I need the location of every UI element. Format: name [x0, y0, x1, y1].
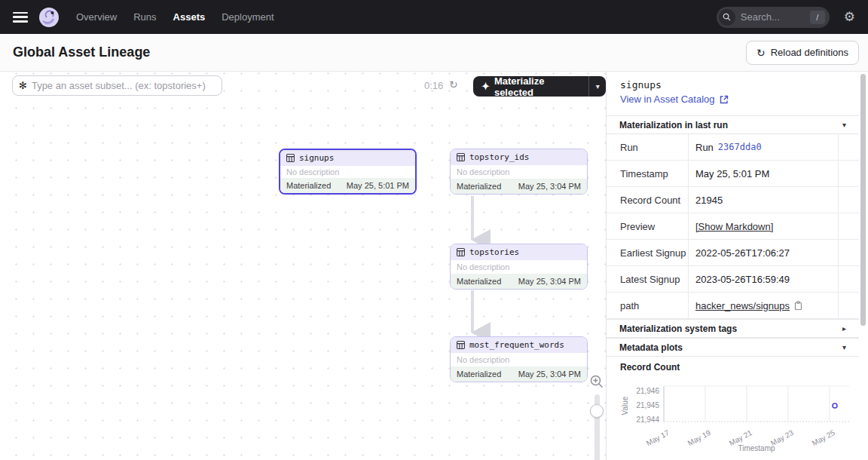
row-label: Record Count [607, 187, 688, 213]
status-time: May 25, 3:04 PM [518, 277, 581, 286]
nav-link-overview[interactable]: Overview [76, 11, 117, 23]
y-axis-label: Value [621, 396, 629, 415]
run-id-link[interactable]: 2367dda0 [718, 142, 762, 152]
refresh-timer: 0:16 [424, 80, 443, 91]
row-spacer [838, 240, 859, 265]
nav-link-runs[interactable]: Runs [133, 11, 156, 23]
row-value: 21945 [688, 187, 838, 213]
asset-node-header: most_frequent_words [451, 337, 587, 353]
row-label: path [607, 293, 688, 318]
asset-node-description: No description [280, 166, 415, 178]
search-shortcut-badge: / [810, 11, 825, 24]
row-value: May 25, 5:01 PM [688, 161, 838, 186]
sparkle-icon: ✦ [481, 81, 490, 92]
asset-node-signups[interactable]: signups No description Materialized May … [279, 149, 417, 195]
search-input[interactable] [741, 11, 810, 23]
asset-node-most_frequent_words[interactable]: most_frequent_words No description Mater… [450, 336, 588, 382]
path-link[interactable]: hacker_news/signups [695, 300, 790, 311]
row-spacer [838, 293, 859, 318]
dagster-logo-icon[interactable] [38, 7, 60, 28]
show-markdown-link[interactable]: [Show Markdown] [695, 221, 773, 232]
table-row-record-count: Record Count 21945 [607, 187, 859, 213]
table-row-run: Run Run 2367dda0 [607, 134, 859, 161]
row-spacer [838, 213, 859, 239]
nav-links: Overview Runs Assets Deployment [76, 11, 274, 23]
reload-label: Reload definitions [771, 47, 848, 58]
row-label: Run [607, 134, 688, 160]
chevron-down-icon: ▾ [842, 121, 846, 129]
data-point[interactable] [833, 403, 837, 408]
row-label: Preview [607, 213, 688, 239]
section-title: Metadata plots [619, 342, 683, 353]
section-materialization-system-tags[interactable]: Materialization system tags ▸ [607, 319, 859, 338]
materialize-label: Materialize selected [494, 75, 580, 98]
section-title: Materialization system tags [619, 324, 737, 334]
search-icon [719, 9, 735, 26]
nav-link-deployment[interactable]: Deployment [222, 11, 274, 23]
menu-icon[interactable] [13, 12, 28, 23]
row-value: 2023-05-26T16:59:49 [688, 266, 838, 292]
materialize-main[interactable]: ✦ Materialize selected [473, 76, 588, 97]
row-spacer [838, 134, 859, 160]
materialize-dropdown-caret[interactable]: ▾ [588, 76, 606, 97]
asset-node-description: No description [451, 353, 587, 366]
reload-icon: ↻ [756, 47, 766, 59]
zoom-slider-handle[interactable] [590, 404, 604, 418]
y-tick: 21,945 [636, 401, 659, 409]
table-row-path: path hacker_news/signups [607, 293, 859, 319]
asset-node-status-row: Materialized May 25, 5:01 PM [280, 178, 415, 193]
asset-node-topstories[interactable]: topstories No description Materialized M… [450, 244, 588, 290]
x-axis-label: Timestamp [738, 444, 775, 452]
asset-node-description: No description [451, 165, 587, 179]
gear-icon[interactable]: ⚙ [844, 11, 855, 23]
status-label: Materialized [457, 182, 501, 191]
asset-subset-input[interactable] [32, 80, 215, 91]
section-metadata-plots[interactable]: Metadata plots ▾ [607, 338, 859, 357]
reload-definitions-button[interactable]: ↻ Reload definitions [746, 41, 859, 65]
table-icon [457, 248, 465, 256]
status-label: Materialized [457, 277, 501, 286]
status-time: May 25, 3:04 PM [518, 370, 581, 379]
record-count-plot-title: Record Count [620, 362, 680, 373]
selected-asset-name: signups [620, 79, 662, 90]
row-value: 2022-05-26T17:06:27 [688, 240, 838, 265]
asset-subset-filter[interactable]: ✻ [12, 75, 222, 96]
record-count-chart: 21,946 21,945 21,944 Value May 17 May 19… [607, 376, 859, 460]
asset-node-name: signups [299, 153, 334, 163]
status-time: May 25, 5:01 PM [347, 181, 409, 190]
asset-node-description: No description [451, 260, 587, 274]
page-title: Global Asset Lineage [13, 44, 150, 60]
row-label: Timestamp [607, 161, 688, 186]
asset-node-header: topstory_ids [451, 149, 587, 165]
asset-node-header: topstories [451, 244, 587, 260]
table-icon [286, 154, 295, 162]
asset-node-name: topstories [469, 247, 519, 257]
copy-clipboard-icon[interactable] [794, 301, 802, 310]
row-label: Earliest Signup [607, 240, 688, 265]
asset-node-name: most_frequent_words [469, 340, 564, 350]
table-row-latest-signup: Latest Signup 2023-05-26T16:59:49 [607, 266, 859, 293]
table-row-preview: Preview [Show Markdown] [607, 213, 859, 240]
asset-graph-canvas[interactable]: ✻ 0:16 ↻ ✦ Materialize selected ▾ signup… [0, 72, 607, 460]
row-spacer [838, 161, 859, 186]
x-tick: May 17 [645, 428, 671, 447]
table-row-earliest-signup: Earliest Signup 2022-05-26T17:06:27 [607, 240, 859, 266]
run-prefix: Run [695, 142, 714, 153]
zoom-in-icon[interactable] [589, 374, 604, 389]
global-search[interactable]: / [717, 7, 830, 28]
section-materialization-in-last-run[interactable]: Materialization in last run ▾ [607, 115, 859, 134]
nav-link-assets[interactable]: Assets [173, 11, 206, 23]
materialize-selected-button[interactable]: ✦ Materialize selected ▾ [473, 76, 606, 97]
nav-right: / ⚙ [717, 7, 868, 28]
row-spacer [838, 187, 859, 213]
page-header: Global Asset Lineage ↻ Reload definition… [0, 34, 868, 72]
asset-node-status-row: Materialized May 25, 3:04 PM [451, 366, 587, 382]
sidebar-scrollbar[interactable] [860, 74, 866, 326]
view-in-asset-catalog-link[interactable]: View in Asset Catalog [620, 94, 729, 105]
asset-node-header: signups [280, 150, 415, 166]
asset-node-topstory_ids[interactable]: topstory_ids No description Materialized… [450, 149, 588, 195]
last-run-metadata-table: Run Run 2367dda0 Timestamp May 25, 5:01 … [607, 134, 859, 319]
asset-details-panel: signups View in Asset Catalog Materializ… [607, 72, 859, 460]
refresh-icon[interactable]: ↻ [449, 78, 458, 90]
y-tick: 21,946 [636, 387, 659, 395]
